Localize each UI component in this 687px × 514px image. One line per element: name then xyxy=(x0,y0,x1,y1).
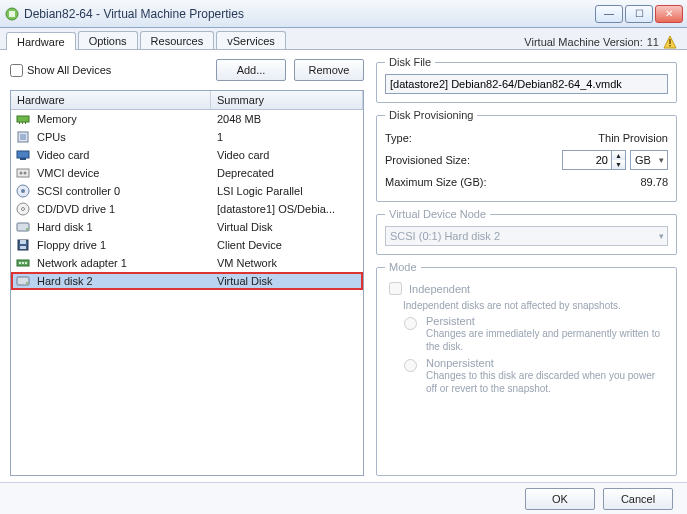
hardware-name: Hard disk 2 xyxy=(37,275,93,287)
col-hardware[interactable]: Hardware xyxy=(11,91,211,109)
svg-rect-4 xyxy=(669,45,670,47)
vdn-select: SCSI (0:1) Hard disk 2 xyxy=(385,226,668,246)
hardware-row[interactable]: Floppy drive 1Client Device xyxy=(11,236,363,254)
svg-rect-6 xyxy=(19,122,20,124)
persistent-sub: Changes are immediately and permanently … xyxy=(426,327,668,353)
disk-file-legend: Disk File xyxy=(385,56,435,68)
hardware-rows: Memory2048 MBCPUs1Video cardVideo cardVM… xyxy=(11,110,363,475)
col-summary[interactable]: Summary xyxy=(211,91,363,109)
hardware-name: SCSI controller 0 xyxy=(37,185,120,197)
vdn-legend: Virtual Device Node xyxy=(385,208,490,220)
vm-version-label: Virtual Machine Version: xyxy=(524,36,642,48)
svg-rect-26 xyxy=(19,262,21,264)
vmci-icon xyxy=(15,165,31,181)
hardware-row[interactable]: CPUs1 xyxy=(11,128,363,146)
hardware-summary: Deprecated xyxy=(211,167,363,179)
disk-provisioning-legend: Disk Provisioning xyxy=(385,109,477,121)
left-pane: Show All Devices Add... Remove Hardware … xyxy=(0,50,370,482)
svg-rect-24 xyxy=(20,246,26,249)
svg-rect-23 xyxy=(20,240,26,244)
disk-file-group: Disk File xyxy=(376,56,677,103)
hardware-row[interactable]: VMCI deviceDeprecated xyxy=(11,164,363,182)
svg-rect-28 xyxy=(25,262,27,264)
close-button[interactable]: ✕ xyxy=(655,5,683,23)
svg-rect-3 xyxy=(669,39,670,44)
hardware-summary: VM Network xyxy=(211,257,363,269)
hardware-name: CPUs xyxy=(37,131,66,143)
memory-icon xyxy=(15,111,31,127)
virtual-device-node-group: Virtual Device Node SCSI (0:1) Hard disk… xyxy=(376,208,677,255)
independent-input xyxy=(389,282,402,295)
scsi-icon xyxy=(15,183,31,199)
hardware-name: Network adapter 1 xyxy=(37,257,127,269)
independent-checkbox: Independent xyxy=(385,279,668,298)
vm-version-value: 11 xyxy=(647,36,659,48)
bottom-bar: OK Cancel xyxy=(0,482,687,514)
hardware-row[interactable]: Hard disk 1Virtual Disk xyxy=(11,218,363,236)
svg-point-17 xyxy=(21,189,25,193)
add-button[interactable]: Add... xyxy=(216,59,286,81)
hardware-row[interactable]: CD/DVD drive 1[datastore1] OS/Debia... xyxy=(11,200,363,218)
persistent-radio: Persistent Changes are immediately and p… xyxy=(399,315,668,353)
hardware-summary: Client Device xyxy=(211,239,363,251)
hardware-row[interactable]: SCSI controller 0LSI Logic Parallel xyxy=(11,182,363,200)
max-size-label: Maximum Size (GB): xyxy=(385,176,640,188)
prov-size-input[interactable] xyxy=(562,150,612,170)
show-all-devices-checkbox[interactable]: Show All Devices xyxy=(10,64,111,77)
hardware-row[interactable]: Network adapter 1VM Network xyxy=(11,254,363,272)
minimize-button[interactable]: — xyxy=(595,5,623,23)
prov-size-unit-select[interactable]: GB xyxy=(630,150,668,170)
nonpersistent-label: Nonpersistent xyxy=(426,357,668,369)
window-buttons: — ☐ ✕ xyxy=(595,5,683,23)
hardware-summary: 1 xyxy=(211,131,363,143)
cd-icon xyxy=(15,201,31,217)
independent-label: Independent xyxy=(409,283,470,295)
remove-button[interactable]: Remove xyxy=(294,59,364,81)
hardware-summary: [datastore1] OS/Debia... xyxy=(211,203,363,215)
nonpersistent-sub: Changes to this disk are discarded when … xyxy=(426,369,668,395)
hardware-name: Hard disk 1 xyxy=(37,221,93,233)
hardware-row[interactable]: Video cardVideo card xyxy=(11,146,363,164)
svg-point-15 xyxy=(24,172,27,175)
hardware-name: CD/DVD drive 1 xyxy=(37,203,115,215)
spin-down-icon[interactable]: ▼ xyxy=(612,160,625,169)
svg-rect-10 xyxy=(20,134,26,140)
cpu-icon xyxy=(15,129,31,145)
right-pane: Disk File Disk Provisioning Type: Thin P… xyxy=(370,50,687,482)
svg-rect-12 xyxy=(20,158,26,160)
hardware-summary: 2048 MB xyxy=(211,113,363,125)
tab-options[interactable]: Options xyxy=(78,31,138,49)
titlebar: Debian82-64 - Virtual Machine Properties… xyxy=(0,0,687,28)
tab-resources[interactable]: Resources xyxy=(140,31,215,49)
hardware-name: Floppy drive 1 xyxy=(37,239,106,251)
disk-file-input[interactable] xyxy=(385,74,668,94)
max-size-value: 89.78 xyxy=(640,176,668,188)
prov-size-spinner[interactable]: ▲▼ xyxy=(562,150,626,170)
show-all-devices-input[interactable] xyxy=(10,64,23,77)
disk-provisioning-group: Disk Provisioning Type: Thin Provision P… xyxy=(376,109,677,202)
svg-point-19 xyxy=(22,208,25,211)
maximize-button[interactable]: ☐ xyxy=(625,5,653,23)
mode-legend: Mode xyxy=(385,261,421,273)
hardware-summary: Virtual Disk xyxy=(211,275,363,287)
tab-hardware[interactable]: Hardware xyxy=(6,32,76,50)
hardware-summary: LSI Logic Parallel xyxy=(211,185,363,197)
cancel-button[interactable]: Cancel xyxy=(603,488,673,510)
hardware-name: VMCI device xyxy=(37,167,99,179)
independent-sub: Independent disks are not affected by sn… xyxy=(403,300,668,311)
hardware-list-header: Hardware Summary xyxy=(11,91,363,110)
hardware-row[interactable]: Hard disk 2Virtual Disk xyxy=(11,272,363,290)
svg-rect-11 xyxy=(17,151,29,158)
ok-button[interactable]: OK xyxy=(525,488,595,510)
persistent-input xyxy=(404,317,417,330)
spin-up-icon[interactable]: ▲ xyxy=(612,151,625,160)
vm-version: Virtual Machine Version: 11 xyxy=(524,35,681,49)
tab-vservices[interactable]: vServices xyxy=(216,31,286,49)
svg-rect-7 xyxy=(22,122,23,124)
persistent-label: Persistent xyxy=(426,315,668,327)
hardware-row[interactable]: Memory2048 MB xyxy=(11,110,363,128)
svg-point-21 xyxy=(26,228,28,230)
svg-rect-13 xyxy=(17,169,29,177)
show-all-devices-label: Show All Devices xyxy=(27,64,111,76)
hardware-summary: Video card xyxy=(211,149,363,161)
